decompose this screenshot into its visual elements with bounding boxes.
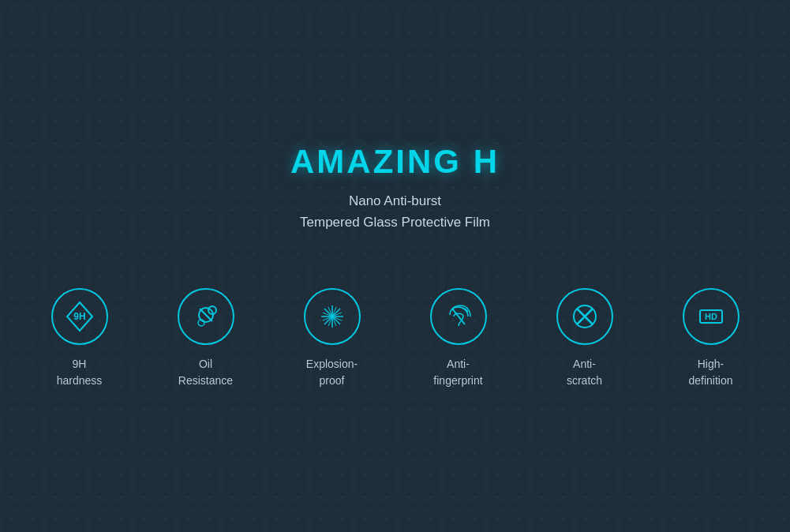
feature-fingerprint-label: Anti- fingerprint bbox=[433, 356, 482, 389]
features-list: 9H 9H hardness bbox=[36, 288, 754, 389]
product-subtitle: Nano Anti-burst Tempered Glass Protectiv… bbox=[300, 190, 490, 233]
oil-icon bbox=[189, 299, 223, 334]
fingerprint-icon bbox=[441, 299, 476, 334]
explosion-icon bbox=[315, 299, 350, 334]
svg-text:HD: HD bbox=[705, 312, 717, 321]
feature-explosion-proof: Explosion- proof bbox=[289, 288, 376, 389]
scratch-icon bbox=[567, 299, 602, 334]
product-title: AMAZING H bbox=[290, 143, 500, 181]
icon-oil-circle bbox=[178, 288, 234, 345]
feature-high-definition: HD High- definition bbox=[668, 288, 754, 389]
subtitle-line1: Nano Anti-burst bbox=[349, 193, 441, 208]
icon-hd-circle: HD bbox=[683, 288, 739, 345]
feature-9h-hardness: 9H 9H hardness bbox=[36, 288, 123, 389]
icon-fingerprint-circle bbox=[430, 288, 487, 345]
icon-explosion-circle bbox=[304, 288, 361, 345]
main-content: AMAZING H Nano Anti-burst Tempered Glass… bbox=[0, 143, 790, 389]
feature-scratch-label: Anti- scratch bbox=[567, 356, 602, 389]
svg-text:9H: 9H bbox=[73, 311, 85, 322]
feature-anti-scratch: Anti- scratch bbox=[541, 288, 628, 389]
background: AMAZING H Nano Anti-burst Tempered Glass… bbox=[0, 0, 790, 532]
feature-hd-label: High- definition bbox=[688, 356, 732, 389]
subtitle-line2: Tempered Glass Protective Film bbox=[300, 215, 490, 230]
icon-scratch-circle bbox=[556, 288, 613, 345]
9h-icon: 9H bbox=[62, 299, 97, 334]
feature-anti-fingerprint: Anti- fingerprint bbox=[415, 288, 502, 389]
icon-9h-circle: 9H bbox=[51, 288, 108, 345]
feature-explosion-label: Explosion- proof bbox=[306, 356, 358, 389]
hd-icon: HD bbox=[694, 299, 728, 334]
feature-oil-label: Oil Resistance bbox=[178, 356, 233, 389]
feature-9h-label: 9H hardness bbox=[57, 356, 103, 389]
feature-oil-resistance: Oil Resistance bbox=[163, 288, 249, 389]
